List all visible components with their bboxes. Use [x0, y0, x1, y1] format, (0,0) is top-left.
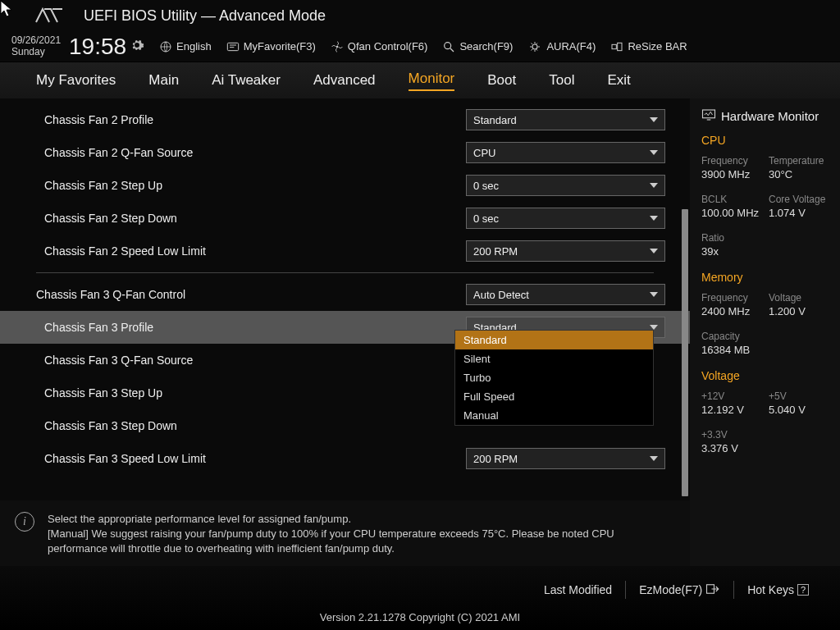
- tab-monitor[interactable]: Monitor: [409, 71, 455, 91]
- setting-label: Chassis Fan 2 Profile: [44, 113, 466, 126]
- aura-label: AURA(F4): [546, 40, 596, 52]
- svg-line-4: [450, 48, 454, 52]
- chevron-down-icon: [650, 183, 658, 188]
- scrollbar-thumb[interactable]: [682, 209, 688, 496]
- fan-icon: [331, 40, 344, 53]
- setting-label: Chassis Fan 3 Profile: [44, 321, 466, 334]
- chevron-down-icon: [650, 456, 658, 461]
- favorite-icon: [226, 41, 240, 52]
- ezmode-button[interactable]: EzMode(F7): [625, 581, 733, 599]
- last-modified-button[interactable]: Last Modified: [531, 581, 625, 599]
- aura-icon: [527, 40, 542, 53]
- chevron-down-icon: [650, 150, 658, 155]
- resizebar-label: ReSize BAR: [628, 40, 687, 52]
- monitor-icon: [701, 108, 716, 124]
- clock-time: 19:58: [69, 34, 126, 60]
- profile-dropdown-menu: Standard Silent Turbo Full Speed Manual: [454, 330, 654, 426]
- qfan-button[interactable]: Qfan Control(F6): [331, 40, 428, 53]
- day-text: Sunday: [11, 47, 69, 58]
- help-panel: i Select the appropriate performance lev…: [0, 500, 690, 566]
- svg-rect-7: [618, 43, 622, 50]
- setting-row: Chassis Fan 3 Speed Low Limit200 RPM: [0, 442, 690, 475]
- svg-point-2: [336, 45, 339, 48]
- title-bar: UEFI BIOS Utility — Advanced Mode: [0, 0, 840, 31]
- dropdown-option[interactable]: Standard: [455, 331, 653, 349]
- setting-dropdown[interactable]: Auto Detect: [466, 284, 665, 305]
- brand-logo: [33, 6, 66, 25]
- hardware-monitor-panel: Hardware Monitor CPU Frequency3900 MHzTe…: [690, 98, 840, 566]
- tab-exit[interactable]: Exit: [607, 72, 630, 89]
- setting-row: Chassis Fan 2 Step Down0 sec: [0, 202, 690, 235]
- myfavorite-label: MyFavorite(F3): [244, 40, 316, 52]
- setting-dropdown[interactable]: CPU: [466, 142, 665, 163]
- setting-label: Chassis Fan 2 Speed Low Limit: [44, 244, 466, 258]
- setting-label: Chassis Fan 2 Step Up: [44, 179, 466, 192]
- chevron-down-icon: [650, 249, 658, 253]
- aura-button[interactable]: AURA(F4): [527, 40, 596, 53]
- mouse-cursor: [0, 0, 15, 21]
- chevron-down-icon: [650, 216, 658, 221]
- search-label: Search(F9): [459, 40, 513, 52]
- setting-dropdown[interactable]: 200 RPM: [466, 448, 665, 469]
- svg-point-3: [445, 42, 451, 48]
- setting-label: Chassis Fan 2 Q-Fan Source: [44, 146, 466, 159]
- gear-icon[interactable]: [130, 38, 144, 55]
- settings-panel: Chassis Fan 2 ProfileStandard Chassis Fa…: [0, 98, 690, 566]
- language-button[interactable]: English: [159, 40, 212, 53]
- setting-row: Chassis Fan 3 Q-Fan ControlAuto Detect: [0, 278, 690, 311]
- dropdown-option[interactable]: Manual: [455, 406, 653, 425]
- tab-boot[interactable]: Boot: [487, 72, 516, 89]
- svg-rect-6: [612, 44, 616, 48]
- hw-section-cpu: CPU: [701, 134, 840, 147]
- help-line-1: Select the appropriate performance level…: [48, 512, 671, 527]
- tab-advanced[interactable]: Advanced: [313, 72, 376, 89]
- resize-icon: [610, 40, 623, 53]
- setting-row: Chassis Fan 2 Speed Low Limit200 RPM: [0, 235, 690, 267]
- date-text: 09/26/2021: [11, 35, 69, 47]
- version-text: Version 2.21.1278 Copyright (C) 2021 AMI: [0, 611, 840, 623]
- chevron-down-icon: [650, 292, 658, 297]
- language-label: English: [176, 40, 212, 52]
- section-divider: [36, 272, 654, 273]
- search-icon: [442, 40, 455, 53]
- setting-dropdown[interactable]: 0 sec: [466, 208, 665, 229]
- svg-point-5: [532, 44, 537, 49]
- app-title: UEFI BIOS Utility — Advanced Mode: [84, 7, 326, 25]
- setting-row: Chassis Fan 2 ProfileStandard: [0, 103, 690, 136]
- tab-main[interactable]: Main: [148, 72, 179, 89]
- chevron-down-icon: [650, 117, 658, 122]
- info-icon: i: [15, 512, 34, 532]
- hw-section-voltage: Voltage: [701, 369, 840, 382]
- date-box: 09/26/2021 Sunday: [11, 35, 69, 58]
- globe-icon: [159, 40, 172, 53]
- svg-rect-1: [227, 43, 238, 50]
- myfavorite-button[interactable]: MyFavorite(F3): [226, 40, 316, 52]
- setting-dropdown[interactable]: 0 sec: [466, 175, 665, 196]
- footer: Last Modified EzMode(F7) Hot Keys? Versi…: [0, 566, 840, 630]
- time-box: 19:58: [69, 34, 144, 60]
- exit-icon: [705, 583, 720, 597]
- hw-section-memory: Memory: [701, 271, 840, 284]
- hotkeys-button[interactable]: Hot Keys?: [733, 581, 822, 599]
- info-bar: 09/26/2021 Sunday 19:58 English MyFavori…: [0, 31, 840, 62]
- dropdown-option[interactable]: Turbo: [455, 368, 653, 387]
- setting-row: Chassis Fan 2 Q-Fan SourceCPU: [0, 136, 690, 169]
- tab-bar: My Favorites Main Ai Tweaker Advanced Mo…: [0, 62, 840, 98]
- tab-ai-tweaker[interactable]: Ai Tweaker: [212, 72, 281, 89]
- setting-label: Chassis Fan 3 Q-Fan Control: [36, 288, 466, 301]
- tab-tool[interactable]: Tool: [549, 72, 574, 89]
- resizebar-button[interactable]: ReSize BAR: [610, 40, 687, 53]
- dropdown-option[interactable]: Full Speed: [455, 387, 653, 406]
- setting-dropdown[interactable]: 200 RPM: [466, 240, 665, 262]
- scrollbar[interactable]: [682, 98, 688, 500]
- dropdown-option[interactable]: Silent: [455, 349, 653, 368]
- setting-row: Chassis Fan 2 Step Up0 sec: [0, 169, 690, 202]
- search-button[interactable]: Search(F9): [442, 40, 513, 53]
- setting-label: Chassis Fan 2 Step Down: [44, 212, 466, 225]
- qfan-label: Qfan Control(F6): [348, 40, 428, 52]
- help-line-2: [Manual] We suggest raising your fan/pum…: [48, 527, 671, 556]
- setting-label: Chassis Fan 3 Speed Low Limit: [44, 452, 466, 465]
- tab-my-favorites[interactable]: My Favorites: [36, 72, 116, 89]
- help-icon: ?: [797, 584, 809, 596]
- setting-dropdown[interactable]: Standard: [466, 109, 665, 130]
